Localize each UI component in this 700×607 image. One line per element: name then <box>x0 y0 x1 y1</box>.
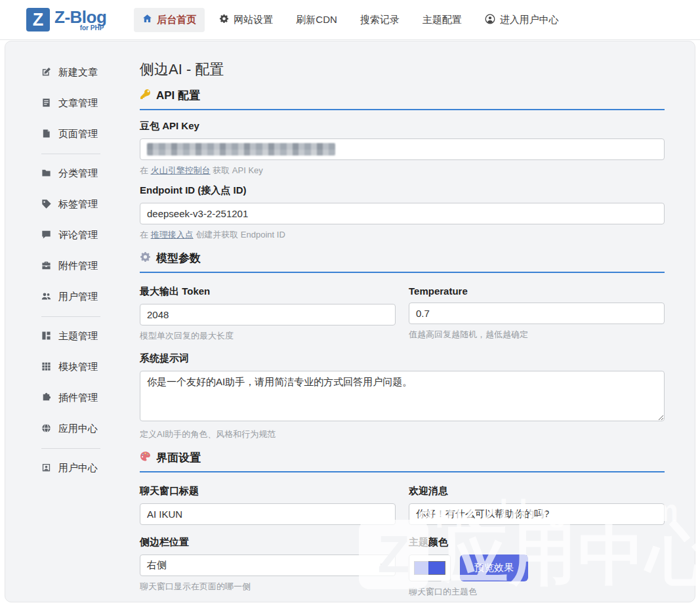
tag-icon <box>41 199 51 211</box>
inference-endpoint-link[interactable]: 推理接入点 <box>151 230 194 240</box>
gear-icon <box>219 14 229 26</box>
theme-blocks-icon <box>41 331 51 343</box>
nav-item-search-records[interactable]: 搜索记录 <box>352 8 408 32</box>
endpoint-input[interactable] <box>140 203 665 224</box>
sidebar-item-new-post[interactable]: 新建文章 <box>41 57 135 88</box>
sidebar-position-value: 右侧 <box>147 559 167 572</box>
section-header-api: API 配置 <box>140 88 665 110</box>
nav-item-user-center[interactable]: 进入用户中心 <box>476 8 567 32</box>
welcome-message-input[interactable] <box>409 503 665 525</box>
sidebar-item-attachment-manage[interactable]: 附件管理 <box>41 251 135 282</box>
endpoint-label: Endpoint ID (接入点 ID) <box>140 184 665 197</box>
key-icon <box>140 89 151 103</box>
sidebar-item-plugin-manage[interactable]: 插件管理 <box>41 383 135 413</box>
welcome-message-label: 欢迎消息 <box>409 485 665 497</box>
system-prompt-label: 系统提示词 <box>140 352 665 365</box>
user-card-icon <box>41 463 51 474</box>
page-icon <box>41 129 51 140</box>
temperature-input[interactable] <box>409 303 665 324</box>
sidebar-item-module-manage[interactable]: 模块管理 <box>41 352 135 383</box>
chat-title-input[interactable] <box>140 503 396 525</box>
sidebar-position-help: 聊天窗口显示在页面的哪一侧 <box>140 581 396 593</box>
sidebar-item-app-center[interactable]: 应用中心 <box>41 413 135 444</box>
pencil-square-icon <box>41 67 51 79</box>
gear-icon <box>140 251 151 266</box>
theme-color-help: 聊天窗口的主题色 <box>409 586 665 598</box>
palette-icon <box>140 451 151 465</box>
sidebar-divider <box>41 154 100 154</box>
sidebar-divider <box>41 448 100 449</box>
system-prompt-help: 定义AI助手的角色、风格和行为规范 <box>140 429 665 440</box>
zblog-logo[interactable]: Z Z-Blog for PHP <box>26 8 106 31</box>
api-key-label: 豆包 API Key <box>140 120 665 133</box>
max-token-help: 模型单次回复的最大长度 <box>140 330 396 342</box>
sidebar-item-tag-manage[interactable]: 标签管理 <box>41 189 135 220</box>
content-panel: 新建文章 文章管理 页面管理 分类管理 标签管理 评论管理 <box>5 41 695 602</box>
endpoint-help: 在 推理接入点 创建并获取 Endpoint ID <box>140 229 665 241</box>
folder-icon <box>41 168 51 180</box>
top-navbar: Z Z-Blog for PHP 后台首页 网站设置 刷新CDN 搜索记录 主 <box>0 0 700 40</box>
user-circle-icon <box>485 14 495 26</box>
preview-button[interactable]: 预览效果 <box>460 555 528 581</box>
api-key-input[interactable] <box>140 138 665 160</box>
home-icon <box>142 14 152 26</box>
section-header-model: 模型参数 <box>140 251 665 273</box>
chevron-down-icon <box>379 560 387 571</box>
document-lines-icon <box>41 98 51 110</box>
theme-color-picker[interactable] <box>409 555 451 581</box>
sidebar-item-user-center[interactable]: 用户中心 <box>41 453 135 484</box>
sidebar-item-post-manage[interactable]: 文章管理 <box>41 88 135 119</box>
comment-icon <box>41 230 51 241</box>
section-header-ui: 界面设置 <box>140 450 665 472</box>
sidebar-item-page-manage[interactable]: 页面管理 <box>41 119 135 150</box>
nav-item-theme-config[interactable]: 主题配置 <box>414 8 470 32</box>
nav-item-refresh-cdn[interactable]: 刷新CDN <box>287 8 346 32</box>
sidebar-item-category-manage[interactable]: 分类管理 <box>41 158 135 189</box>
zblog-logo-text: Z-Blog <box>54 9 106 26</box>
zblog-logo-mark: Z <box>26 8 50 31</box>
admin-sidebar: 新建文章 文章管理 页面管理 分类管理 标签管理 评论管理 <box>5 41 135 484</box>
navbar-menu: 后台首页 网站设置 刷新CDN 搜索记录 主题配置 进入用户中心 <box>134 8 567 32</box>
nav-item-site-settings[interactable]: 网站设置 <box>211 8 281 32</box>
temperature-label: Temperature <box>409 285 665 297</box>
sidebar-divider <box>41 316 100 317</box>
system-prompt-textarea[interactable]: 你是一个友好的AI助手，请用简洁专业的方式回答用户问题。 <box>140 371 665 421</box>
chat-title-label: 聊天窗口标题 <box>140 485 396 497</box>
globe-icon <box>41 423 51 435</box>
max-token-label: 最大输出 Token <box>140 285 396 298</box>
sidebar-item-theme-manage[interactable]: 主题管理 <box>41 321 135 352</box>
theme-color-label: 主题颜色 <box>409 536 665 549</box>
plugin-config-main: 侧边AI - 配置 API 配置 豆包 API Key 在 火山引擎控制台 获取… <box>140 41 665 607</box>
nav-item-dashboard[interactable]: 后台首页 <box>134 8 205 32</box>
grid-icon <box>41 362 51 373</box>
max-token-input[interactable] <box>140 304 396 325</box>
volcengine-console-link[interactable]: 火山引擎控制台 <box>151 165 211 175</box>
sidebar-item-comment-manage[interactable]: 评论管理 <box>41 220 135 251</box>
briefcase-icon <box>41 261 51 272</box>
zblog-admin-page: Z Z-Blog for PHP 后台首页 网站设置 刷新CDN 搜索记录 主 <box>0 0 700 607</box>
zblog-logo-subtext: for PHP <box>80 24 104 31</box>
api-key-masked-value <box>147 143 335 156</box>
temperature-help: 值越高回复越随机，越低越确定 <box>409 329 665 341</box>
puzzle-icon <box>41 392 51 404</box>
api-key-help: 在 火山引擎控制台 获取 API Key <box>140 165 665 177</box>
users-icon <box>41 291 51 303</box>
sidebar-position-label: 侧边栏位置 <box>140 536 396 549</box>
page-title: 侧边AI - 配置 <box>140 60 665 79</box>
sidebar-item-user-manage[interactable]: 用户管理 <box>41 282 135 312</box>
sidebar-position-select[interactable]: 右侧 <box>140 555 396 576</box>
